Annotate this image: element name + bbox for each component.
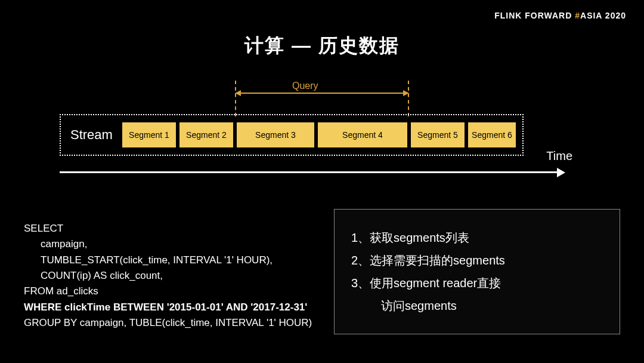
query-start-marker bbox=[235, 81, 236, 116]
sql-line: campaign, bbox=[24, 236, 312, 252]
stream-label: Stream bbox=[68, 127, 119, 143]
steps-panel: 1、获取segments列表 2、选择需要扫描的segments 3、使用seg… bbox=[334, 209, 620, 334]
query-label: Query bbox=[292, 81, 318, 91]
sql-line: COUNT(ip) AS click_count, bbox=[24, 268, 312, 284]
step-3-cont: 访问segments bbox=[351, 294, 603, 317]
step-3: 3、使用segment reader直接 bbox=[351, 272, 603, 294]
segment-5: Segment 5 bbox=[411, 122, 465, 147]
segment-6: Segment 6 bbox=[468, 122, 516, 147]
segment-3: Segment 3 bbox=[237, 122, 314, 147]
stream-diagram: Query Stream Segment 1 Segment 2 Segment… bbox=[60, 81, 584, 182]
query-end-marker bbox=[408, 81, 409, 116]
header-logo: FLINK FORWARD #ASIA 2020 bbox=[494, 11, 626, 20]
brand-pre: FLINK FORWARD bbox=[494, 11, 575, 20]
sql-line: GROUP BY campaign, TUBLE(click_time, INT… bbox=[24, 315, 312, 331]
step-1: 1、获取segments列表 bbox=[351, 226, 603, 249]
sql-line: SELECT bbox=[24, 221, 312, 236]
sql-where-clause: WHERE clickTime BETWEEN '2015-01-01' AND… bbox=[24, 300, 312, 315]
segment-1: Segment 1 bbox=[122, 122, 176, 147]
sql-line: FROM ad_clicks bbox=[24, 284, 312, 299]
segment-2: Segment 2 bbox=[179, 122, 233, 147]
slide-title: 计算 — 历史数据 bbox=[0, 33, 644, 59]
time-axis-label: Time bbox=[546, 149, 572, 163]
sql-code-block: SELECT campaign, TUMBLE_START(click_time… bbox=[24, 221, 312, 331]
step-2: 2、选择需要扫描的segments bbox=[351, 249, 603, 272]
query-range-arrow bbox=[239, 93, 405, 94]
sql-line: TUMBLE_START(click_time, INTERVAL '1' HO… bbox=[24, 253, 312, 268]
stream-box: Stream Segment 1 Segment 2 Segment 3 Seg… bbox=[60, 114, 524, 156]
brand-post: ASIA 2020 bbox=[580, 11, 626, 20]
time-axis-arrow bbox=[60, 171, 558, 173]
brand-hash: # bbox=[575, 11, 580, 20]
segment-4: Segment 4 bbox=[318, 122, 407, 147]
